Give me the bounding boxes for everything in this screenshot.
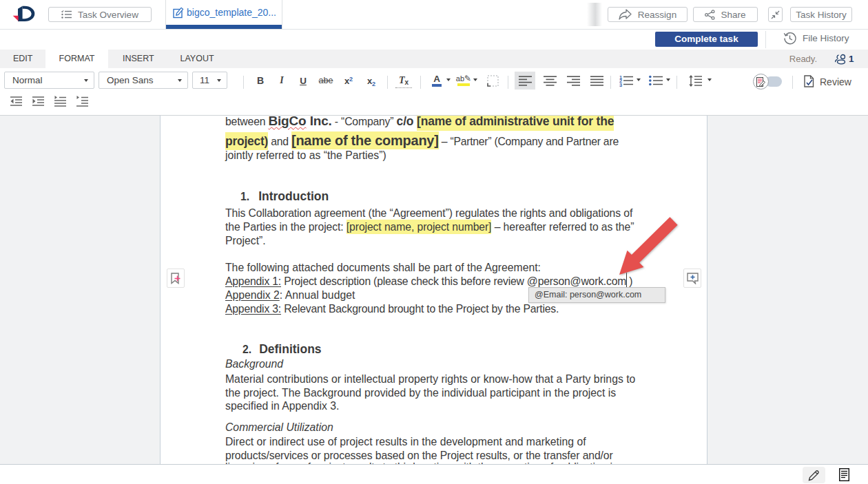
svg-text:3: 3: [619, 82, 622, 87]
